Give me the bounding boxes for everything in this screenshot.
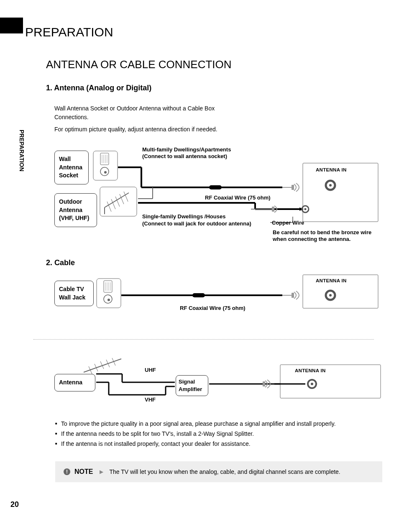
svg-point-49 bbox=[329, 294, 332, 297]
bend-warning-2: when connecting the antenna. bbox=[273, 236, 350, 242]
svg-rect-46 bbox=[292, 293, 294, 298]
page-number: 20 bbox=[10, 500, 19, 509]
antenna-in-label-1: ANTENNA IN bbox=[316, 167, 347, 172]
side-tab bbox=[0, 18, 23, 33]
amplifier-diagram: Antenna UHF VHF Signal Amplifier bbox=[54, 356, 382, 407]
page-title: PREPARATION bbox=[25, 25, 382, 39]
svg-point-28 bbox=[329, 184, 332, 187]
rf-coax-label-1: RF Coaxial Wire (75 ohm) bbox=[205, 194, 271, 201]
copper-wire-label: Copper Wire bbox=[272, 220, 304, 226]
svg-rect-45 bbox=[192, 293, 205, 297]
note-box: ! NOTE ▶ The TV will let you know when t… bbox=[55, 461, 382, 482]
svg-rect-20 bbox=[292, 185, 294, 190]
section-title: ANTENNA OR CABLE CONNECTION bbox=[46, 58, 382, 71]
tips-list: To improve the picture quality in a poor… bbox=[55, 419, 382, 449]
svg-point-70 bbox=[311, 383, 313, 385]
note-text: The TV will let you know when the analog… bbox=[109, 468, 340, 475]
tip-2: If the antenna needs to be split for two… bbox=[55, 429, 382, 439]
single-family-1: Single-family Dwellings /Houses bbox=[142, 213, 225, 220]
antenna-diagram: Wall Antenna Socket Outdoor Antenna (VHF… bbox=[54, 146, 382, 251]
antenna-body-1: Wall Antenna Socket or Outdoor Antenna w… bbox=[54, 104, 234, 122]
bend-warning-1: Be careful not to bend the bronze wire bbox=[273, 229, 371, 235]
note-label: NOTE bbox=[74, 468, 93, 476]
svg-point-33 bbox=[304, 208, 307, 210]
antenna-in-label-3: ANTENNA IN bbox=[295, 368, 326, 373]
svg-rect-65 bbox=[263, 381, 265, 386]
svg-rect-19 bbox=[209, 185, 222, 189]
tip-3: If the antenna is not installed properly… bbox=[55, 439, 382, 449]
rf-coax-label-2: RF Coaxial Wire (75 ohm) bbox=[180, 305, 246, 311]
triangle-icon: ▶ bbox=[100, 469, 103, 475]
divider bbox=[33, 339, 374, 340]
single-family-2: (Connect to wall jack for outdoor antenn… bbox=[142, 220, 251, 227]
antenna-body-2: For optimum picture quality, adjust ante… bbox=[54, 125, 382, 134]
svg-rect-29 bbox=[272, 207, 274, 212]
side-label: PREPARATION bbox=[18, 130, 25, 171]
antenna-in-label-2: ANTENNA IN bbox=[316, 278, 347, 283]
cable-diagram: Cable TV Wall Jack RF Coaxial Wire (75 o… bbox=[54, 272, 382, 322]
info-icon: ! bbox=[64, 468, 70, 475]
tip-1: To improve the picture quality in a poor… bbox=[55, 419, 382, 429]
cable-heading: 2. Cable bbox=[46, 258, 382, 267]
antenna-heading: 1. Antenna (Analog or Digital) bbox=[46, 84, 382, 92]
amp-wiring bbox=[54, 356, 381, 407]
